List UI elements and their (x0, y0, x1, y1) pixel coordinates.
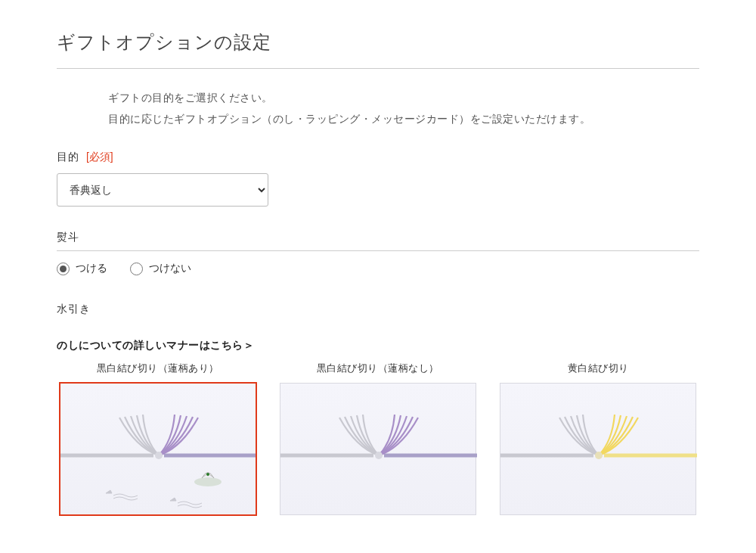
mizuhiki-label: 水引き (57, 303, 699, 316)
svg-point-4 (206, 473, 209, 476)
intro-text: ギフトの目的をご選択ください。 目的に応じたギフトオプション（のし・ラッピング・… (108, 87, 699, 129)
intro-line1: ギフトの目的をご選択ください。 (108, 87, 699, 108)
purpose-label: 目的 (57, 151, 79, 163)
mizuhiki-card-bw-lotus[interactable] (60, 383, 256, 515)
noshi-radio-on[interactable]: つける (57, 262, 107, 275)
noshi-illustration (500, 384, 697, 516)
purpose-label-row: 目的 [必須] (57, 151, 699, 164)
mizuhiki-option: 黒白結び切り（蓮柄あり） (57, 362, 259, 515)
mizuhiki-option-label: 黒白結び切り（蓮柄あり） (97, 362, 219, 375)
noshi-manner-link[interactable]: のしについての詳しいマナーはこちら＞ (57, 339, 699, 353)
radio-label-on: つける (76, 262, 107, 275)
purpose-select[interactable]: 香典返し (57, 173, 268, 207)
svg-point-10 (595, 452, 603, 459)
noshi-radio-off[interactable]: つけない (130, 262, 191, 275)
noshi-illustration (280, 384, 477, 516)
radio-label-off: つけない (149, 262, 191, 275)
mizuhiki-option-label: 黄白結び切り (568, 362, 629, 375)
svg-point-7 (375, 452, 383, 459)
radio-icon (130, 263, 143, 275)
noshi-illustration (60, 384, 257, 516)
mizuhiki-option: 黒白結び切り（蓮柄なし） (277, 362, 479, 515)
intro-line2: 目的に応じたギフトオプション（のし・ラッピング・メッセージカード）をご設定いただ… (108, 108, 699, 129)
page-title: ギフトオプションの設定 (57, 30, 699, 69)
noshi-section-label: 熨斗 (57, 231, 699, 251)
radio-icon (57, 263, 70, 275)
svg-point-3 (194, 477, 222, 486)
required-badge: [必須] (86, 151, 113, 163)
mizuhiki-card-bw[interactable] (280, 383, 476, 515)
mizuhiki-option-label: 黒白結び切り（蓮柄なし） (317, 362, 439, 375)
mizuhiki-card-yw[interactable] (500, 383, 696, 515)
mizuhiki-options: 黒白結び切り（蓮柄あり） (57, 362, 699, 515)
noshi-radio-group: つける つけない (57, 262, 699, 275)
mizuhiki-option: 黄白結び切り (497, 362, 699, 515)
svg-point-2 (155, 452, 163, 459)
